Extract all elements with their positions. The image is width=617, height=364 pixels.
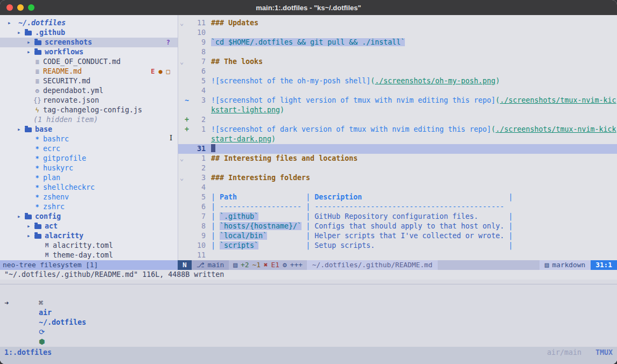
sign-column — [185, 241, 190, 251]
editor-line[interactable]: ~3![screenshot of light version of tmux … — [178, 96, 617, 105]
tree-item-label: gitprofile — [43, 154, 86, 163]
line-text — [206, 28, 617, 38]
editor-line[interactable]: ⌄ 3### Interesting folders — [178, 173, 617, 183]
shell-pane: ⌘ air ~/.dotfiles ⟳ ⬢ 20.15.0 ➜ — [0, 280, 617, 347]
editor-line[interactable]: +2 — [178, 115, 617, 125]
fold-column — [178, 47, 185, 57]
editor-line[interactable]: 4 — [178, 183, 617, 192]
tree-item[interactable]: *zshrc — [0, 202, 178, 212]
tree-item[interactable]: ≣README.mdE●□ — [0, 67, 178, 76]
tree-item[interactable]: *huskyrc — [0, 163, 178, 173]
tree-item[interactable]: ▸.github — [0, 28, 178, 38]
editor-panel: ⌄ 11### Updates 10 9`cd $HOME/.dotfiles … — [178, 15, 617, 260]
tree-item[interactable]: ▸config — [0, 212, 178, 222]
fold-icon: ⌄ — [178, 154, 185, 163]
tree-item[interactable]: ▸~/.dotfiles — [0, 18, 178, 28]
cursor-position: 31:1 — [591, 260, 617, 270]
tree-item[interactable]: *shellcheckrc — [0, 183, 178, 192]
window-title: main:1:.dotfiles - "ks~/.dotfiles" — [256, 4, 361, 12]
line-text: ## Interesting files and locations — [206, 154, 617, 163]
editor-line[interactable]: 9`cd $HOME/.dotfiles && git pull && ./in… — [178, 38, 617, 47]
chevron-icon: ▸ — [17, 28, 25, 38]
filetype-label: markdown — [552, 260, 586, 270]
line-text — [206, 163, 617, 173]
editor-line[interactable]: ⌄ 1## Interesting files and locations — [178, 154, 617, 163]
tree-item[interactable]: ▸act — [0, 222, 178, 231]
diff-added: +2 — [241, 260, 249, 270]
star-file-icon: * — [33, 154, 41, 163]
tree-item[interactable]: ≣SECURITY.md — [0, 76, 178, 86]
line-number: 10 — [190, 28, 206, 38]
editor-line[interactable]: start-dark.png) — [178, 134, 617, 144]
prompt-arrow[interactable]: ➜ — [4, 298, 9, 308]
command-line-message: "~/.dotfiles/.github/README.md" 116L, 44… — [0, 270, 617, 280]
editor-line[interactable]: 6 — [178, 67, 617, 76]
tree-item[interactable]: *ecrc — [0, 144, 178, 154]
line-text — [206, 86, 617, 96]
tree-item-label: SECURITY.md — [43, 76, 90, 86]
line-text: ### Interesting folders — [206, 173, 617, 183]
line-number: 6 — [190, 202, 206, 212]
sign-column — [185, 86, 190, 96]
editor-line[interactable]: 10| `scripts` | Setup scripts. | — [178, 241, 617, 251]
tree-item[interactable]: ϟtag-changelog-config.js — [0, 105, 178, 115]
close-button[interactable] — [6, 4, 13, 11]
sign-column — [185, 76, 190, 86]
tree-item-label: plan — [43, 173, 60, 183]
editor-line[interactable]: kstart-light.png) — [178, 105, 617, 115]
tree-item-label: theme-day.toml — [53, 251, 113, 260]
tree-item[interactable]: Malacritty.toml — [0, 241, 178, 251]
tree-item[interactable]: ≣CODE_OF_CONDUCT.md — [0, 57, 178, 67]
zoom-button[interactable] — [28, 4, 34, 11]
tree-item[interactable]: Mtheme-day.toml — [0, 251, 178, 260]
tree-item[interactable]: *bashrc — [0, 134, 178, 144]
fold-column — [178, 96, 185, 105]
editor-line[interactable]: 11 — [178, 251, 617, 260]
fold-column — [178, 212, 185, 222]
statusline-file-path: ~/.dotfiles/.github/README.md — [307, 260, 438, 270]
editor-line[interactable]: ⌄ 11### Updates — [178, 18, 617, 28]
plugin-icon: ⚙ — [283, 260, 287, 270]
editor-line[interactable]: 6| ------------------- | ---------------… — [178, 202, 617, 212]
tree-item[interactable]: ▸screenshots? — [0, 38, 178, 47]
editor-line[interactable]: 4 — [178, 86, 617, 96]
tree-item[interactable]: {}renovate.json — [0, 96, 178, 105]
editor-line[interactable]: 2 — [178, 163, 617, 173]
tree-item[interactable]: *plan — [0, 173, 178, 183]
editor-line[interactable]: 7| `.github` | GitHub Repository configu… — [178, 212, 617, 222]
tree-item[interactable]: ▸alacritty — [0, 231, 178, 241]
tmux-window-name[interactable]: 1:.dotfiles — [4, 348, 52, 358]
traffic-lights — [6, 0, 34, 15]
editor-line[interactable]: ⌄ 7## The looks — [178, 57, 617, 67]
editor-line[interactable]: 8 — [178, 47, 617, 57]
star-file-icon: * — [33, 134, 41, 144]
editor-line[interactable]: 9| `local/bin` | Helper scripts that I'v… — [178, 231, 617, 241]
line-number: 4 — [190, 183, 206, 192]
tree-item[interactable]: ⚙dependabot.yml — [0, 86, 178, 96]
line-text — [206, 251, 617, 260]
toml-file-icon: M — [43, 241, 51, 251]
editor-line[interactable]: 10 — [178, 28, 617, 38]
tree-item[interactable]: *gitprofile — [0, 154, 178, 163]
line-text — [206, 67, 617, 76]
sign-column — [185, 47, 190, 57]
editor-line[interactable]: 8| `hosts/{hostname}/` | Configs that sh… — [178, 222, 617, 231]
editor-line[interactable]: 31 — [178, 144, 617, 154]
editor-line[interactable]: +1![screenshot of dark version of tmux w… — [178, 125, 617, 134]
branch-name: main — [207, 260, 224, 270]
line-number: 3 — [190, 96, 206, 105]
fold-column — [178, 231, 185, 241]
tree-item-label: CODE_OF_CONDUCT.md — [43, 57, 121, 67]
tree-item[interactable]: ▸base — [0, 125, 178, 134]
line-number: 8 — [190, 222, 206, 231]
tree-item[interactable]: *zshenv — [0, 192, 178, 202]
minimize-button[interactable] — [17, 4, 24, 11]
sign-column — [185, 163, 190, 173]
tree-item[interactable]: (1 hidden item) — [0, 115, 178, 125]
editor-line[interactable]: 5![screenshot of the oh-my-posh shell](.… — [178, 76, 617, 86]
tree-item[interactable]: ▸workflows — [0, 47, 178, 57]
editor-line[interactable]: 5| Path | Description | — [178, 192, 617, 202]
line-number: 1 — [190, 125, 206, 134]
sign-column — [185, 202, 190, 212]
line-number: 3 — [190, 173, 206, 183]
